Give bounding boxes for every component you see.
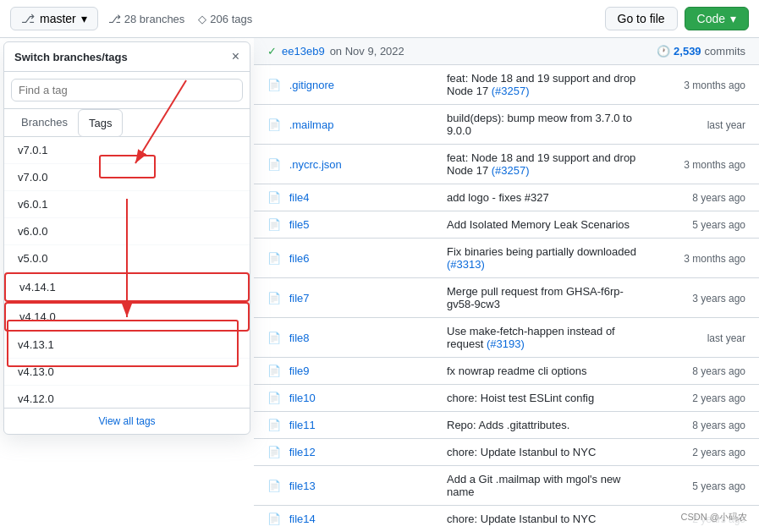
table-row: 📄 file11 Repo: Adds .gitattributes. 8 ye… <box>254 412 759 439</box>
branches-link[interactable]: ⎇ 28 branches <box>108 13 185 25</box>
file-icon: 📄 <box>267 392 281 404</box>
branch-count-icon: ⎇ <box>108 13 121 25</box>
commit-message: feat: Node 18 and 19 support and drop No… <box>447 151 635 177</box>
top-bar: ⎇ master ▾ ⎇ 28 branches ◇ 206 tags Go t… <box>0 0 759 38</box>
code-button[interactable]: Code ▾ <box>685 7 749 30</box>
top-bar-right: Go to file Code ▾ <box>605 7 750 30</box>
commit-link[interactable]: (#3257) <box>492 85 530 97</box>
time-ago: 2 years ago <box>692 392 745 404</box>
tag-item[interactable]: v7.0.1 <box>4 137 250 164</box>
watermark: CSDN @小码农 <box>676 509 752 525</box>
file-name[interactable]: file13 <box>289 480 316 492</box>
file-icon: 📄 <box>267 79 281 91</box>
branch-label: master <box>40 12 76 25</box>
commit-message: fx nowrap readme cli options <box>447 365 586 377</box>
branch-button[interactable]: ⎇ master ▾ <box>10 7 98 30</box>
check-icon: ✓ <box>267 45 277 58</box>
commit-link[interactable]: (#3257) <box>492 164 530 177</box>
table-row: 📄 file9 fx nowrap readme cli options 8 y… <box>254 358 759 385</box>
view-all-tags[interactable]: View all tags <box>4 408 250 434</box>
time-ago: 3 years ago <box>692 293 745 304</box>
tags-link[interactable]: ◇ 206 tags <box>198 13 252 25</box>
commit-bar-left: ✓ ee13eb9 on Nov 9, 2022 <box>267 45 404 58</box>
file-name[interactable]: .gitignore <box>289 79 334 91</box>
commit-message: Fix binaries being partially downloaded <box>447 245 636 258</box>
table-row: 📄 file10 chore: Hoist test ESLint config… <box>254 385 759 412</box>
tab-tags[interactable]: Tags <box>78 109 123 137</box>
tag-icon: ◇ <box>198 13 206 25</box>
commit-bar: ✓ ee13eb9 on Nov 9, 2022 🕐 2,539 commits <box>254 38 759 65</box>
file-name[interactable]: file7 <box>289 292 310 304</box>
commit-sha[interactable]: ee13eb9 <box>282 45 325 58</box>
table-row: 📄 .nycrc.json feat: Node 18 and 19 suppo… <box>254 145 759 184</box>
tag-item[interactable]: v4.13.0 <box>4 359 250 386</box>
time-ago: 3 months ago <box>684 159 745 171</box>
commit-link[interactable]: (#3193) <box>487 337 525 350</box>
file-name[interactable]: file4 <box>289 191 310 204</box>
right-panel: ✓ ee13eb9 on Nov 9, 2022 🕐 2,539 commits… <box>254 38 759 529</box>
tag-item[interactable]: v4.12.0 <box>4 386 250 408</box>
dropdown-title: Switch branches/tags <box>14 51 128 63</box>
time-ago: 5 years ago <box>692 480 745 492</box>
close-button[interactable]: × <box>232 49 239 64</box>
file-name[interactable]: file12 <box>289 446 316 458</box>
time-ago: 8 years ago <box>692 192 745 204</box>
commit-message: build(deps): bump meow from 3.7.0 to 9.0… <box>447 112 632 137</box>
commit-message: Use make-fetch-happen instead of request <box>447 325 615 350</box>
tabs: Branches Tags <box>4 109 250 137</box>
tab-branches[interactable]: Branches <box>11 109 78 137</box>
commit-message: Add Isolated Memory Leak Scenarios <box>447 218 630 231</box>
file-icon: 📄 <box>267 158 281 171</box>
file-name[interactable]: .nycrc.json <box>289 158 342 171</box>
tag-item[interactable]: v7.0.0 <box>4 164 250 191</box>
file-icon: 📄 <box>267 365 281 377</box>
main-layout: Switch branches/tags × Branches Tags v7.… <box>0 38 759 529</box>
table-row: 📄 file8 Use make-fetch-happen instead of… <box>254 318 759 358</box>
tag-item[interactable]: v6.0.0 <box>4 218 250 245</box>
file-icon: 📄 <box>267 218 281 231</box>
branch-dropdown: Switch branches/tags × Branches Tags v7.… <box>3 41 250 435</box>
file-name[interactable]: file11 <box>289 419 316 431</box>
tag-item[interactable]: v6.0.1 <box>4 191 250 218</box>
commit-link[interactable]: (#3313) <box>447 258 485 271</box>
dropdown-header: Switch branches/tags × <box>4 42 250 72</box>
file-name[interactable]: .mailmap <box>289 118 334 131</box>
file-icon: 📄 <box>267 118 281 131</box>
time-ago: last year <box>707 119 745 131</box>
file-name[interactable]: file8 <box>289 332 310 344</box>
chevron-down-icon: ▾ <box>730 12 736 25</box>
file-icon: 📄 <box>267 419 281 431</box>
go-to-file-button[interactable]: Go to file <box>605 7 678 30</box>
search-input[interactable] <box>11 79 243 101</box>
tag-item[interactable]: v4.14.0 <box>4 302 250 332</box>
branches-count: 28 branches <box>124 13 185 25</box>
file-name[interactable]: file10 <box>289 392 316 404</box>
file-icon: 📄 <box>267 292 281 304</box>
tag-item[interactable]: v5.0.0 <box>4 245 250 272</box>
file-name[interactable]: file9 <box>289 365 310 377</box>
tag-list: v7.0.1v7.0.0v6.0.1v6.0.0v5.0.0v4.14.1v4.… <box>4 137 250 408</box>
table-row: 📄 file6 Fix binaries being partially dow… <box>254 239 759 278</box>
commit-message: feat: Node 18 and 19 support and drop No… <box>447 72 635 97</box>
file-icon: 📄 <box>267 191 281 204</box>
file-icon: 📄 <box>267 446 281 458</box>
commits-count[interactable]: 2,539 <box>674 45 701 58</box>
file-name[interactable]: file14 <box>289 513 316 525</box>
commit-message: chore: Update Istanbul to NYC <box>447 513 596 525</box>
time-ago: 3 months ago <box>684 80 745 91</box>
tag-item[interactable]: v4.14.1 <box>4 272 250 302</box>
table-row: 📄 .mailmap build(deps): bump meow from 3… <box>254 105 759 145</box>
chevron-down-icon: ▾ <box>81 12 87 25</box>
code-label: Code <box>697 12 725 25</box>
commit-message: chore: Update Istanbul to NYC <box>447 446 596 458</box>
time-ago: 5 years ago <box>692 219 745 231</box>
table-row: 📄 .gitignore feat: Node 18 and 19 suppor… <box>254 65 759 105</box>
clock-icon: 🕐 <box>657 45 670 58</box>
file-name[interactable]: file5 <box>289 218 310 231</box>
commit-message: Add a Git .mailmap with mgol's new name <box>447 473 621 498</box>
file-name[interactable]: file6 <box>289 252 310 265</box>
file-icon: 📄 <box>267 513 281 525</box>
commit-message: add logo - fixes #327 <box>447 191 549 204</box>
file-icon: 📄 <box>267 252 281 265</box>
tag-item[interactable]: v4.13.1 <box>4 332 250 359</box>
